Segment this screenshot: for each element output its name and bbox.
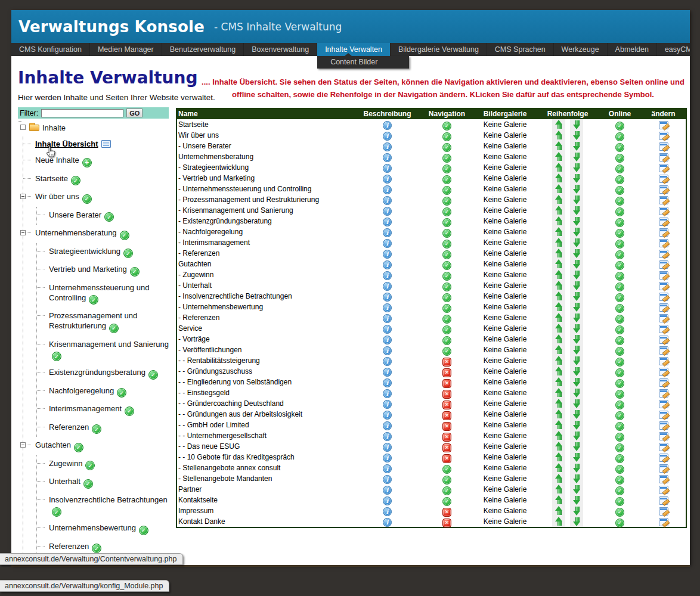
navigation-on-icon[interactable]: ✓ <box>442 240 451 249</box>
move-up-icon[interactable] <box>555 334 563 344</box>
online-on-icon[interactable]: ✓ <box>615 486 624 495</box>
navigation-off-icon[interactable]: ✕ <box>442 401 451 409</box>
online-on-icon[interactable]: ✓ <box>615 207 624 216</box>
move-down-icon[interactable] <box>573 281 581 290</box>
move-up-icon[interactable] <box>555 442 563 451</box>
navigation-on-icon[interactable]: ✓ <box>442 154 451 163</box>
edit-page-icon[interactable] <box>659 486 668 494</box>
edit-page-icon[interactable] <box>659 378 668 387</box>
move-down-icon[interactable] <box>573 270 581 280</box>
tree-item-link[interactable]: Strategieentwicklung <box>49 247 120 256</box>
navigation-on-icon[interactable]: ✓ <box>442 164 451 173</box>
online-on-icon[interactable]: ✓ <box>615 519 624 527</box>
info-icon[interactable]: i <box>383 454 392 462</box>
nav-item-easycms-info[interactable]: easyCMS Info <box>657 43 690 56</box>
tree-item-link[interactable]: Interimsmanagement <box>49 404 122 413</box>
filter-go-button[interactable]: GO <box>126 108 143 117</box>
info-icon[interactable]: i <box>383 507 392 516</box>
info-icon[interactable]: i <box>383 271 392 280</box>
edit-page-icon[interactable] <box>659 164 668 172</box>
online-on-icon[interactable]: ✓ <box>615 315 624 324</box>
online-on-icon[interactable]: ✓ <box>615 336 624 345</box>
move-up-icon[interactable] <box>555 506 563 516</box>
move-up-icon[interactable] <box>555 173 563 183</box>
info-icon[interactable]: i <box>383 389 392 398</box>
info-icon[interactable]: i <box>383 368 392 377</box>
info-icon[interactable]: i <box>383 346 392 355</box>
move-down-icon[interactable] <box>573 452 581 462</box>
move-up-icon[interactable] <box>555 463 563 473</box>
online-on-icon[interactable]: ✓ <box>615 433 624 442</box>
move-down-icon[interactable] <box>573 120 581 129</box>
info-icon[interactable]: i <box>383 207 392 216</box>
navigation-off-icon[interactable]: ✕ <box>442 390 451 399</box>
navigation-on-icon[interactable]: ✓ <box>442 122 451 131</box>
navigation-on-icon[interactable]: ✓ <box>442 293 451 302</box>
info-icon[interactable]: i <box>383 421 392 430</box>
navigation-on-icon[interactable]: ✓ <box>442 347 451 356</box>
info-icon[interactable]: i <box>383 303 392 312</box>
info-icon[interactable]: i <box>383 196 392 205</box>
move-up-icon[interactable] <box>555 313 563 322</box>
move-down-icon[interactable] <box>573 345 581 355</box>
online-on-icon[interactable]: ✓ <box>615 347 624 356</box>
online-on-icon[interactable]: ✓ <box>615 497 624 506</box>
info-icon[interactable]: i <box>383 314 392 323</box>
info-icon[interactable]: i <box>383 164 392 173</box>
move-down-icon[interactable] <box>573 163 581 172</box>
nav-item-inhalte-verwalten[interactable]: Inhalte VerwaltenContent Bilder <box>317 43 391 56</box>
move-down-icon[interactable] <box>573 431 581 440</box>
info-icon[interactable]: i <box>383 486 392 495</box>
move-up-icon[interactable] <box>555 377 563 387</box>
nav-item-bildergalerie-verwaltung[interactable]: Bildergalerie Verwaltung <box>391 43 487 56</box>
move-down-icon[interactable] <box>573 334 581 344</box>
move-down-icon[interactable] <box>573 227 581 237</box>
tree-item-link[interactable]: Unterhalt <box>49 477 80 486</box>
online-on-icon[interactable]: ✓ <box>615 197 624 206</box>
online-on-icon[interactable]: ✓ <box>615 368 624 377</box>
tree-item-link[interactable]: Unternehmensberatung <box>35 228 117 237</box>
collapse-toggle-icon[interactable] <box>20 230 26 235</box>
edit-page-icon[interactable] <box>659 325 668 333</box>
edit-page-icon[interactable] <box>659 389 668 398</box>
move-down-icon[interactable] <box>573 356 581 365</box>
move-up-icon[interactable] <box>555 474 563 483</box>
move-up-icon[interactable] <box>555 141 563 151</box>
navigation-on-icon[interactable]: ✓ <box>442 476 451 485</box>
info-icon[interactable]: i <box>383 432 392 441</box>
navigation-off-icon[interactable]: ✕ <box>442 508 451 517</box>
nav-item-abmelden[interactable]: Abmelden <box>608 43 657 56</box>
tree-item-link[interactable]: Unsere Berater <box>49 210 101 219</box>
move-up-icon[interactable] <box>555 152 563 162</box>
tree-item-link[interactable]: Existenzgründungsberatung <box>49 368 145 377</box>
online-on-icon[interactable]: ✓ <box>615 422 624 431</box>
move-down-icon[interactable] <box>573 324 581 333</box>
move-up-icon[interactable] <box>555 409 563 419</box>
move-down-icon[interactable] <box>573 388 581 398</box>
info-icon[interactable]: i <box>383 475 392 484</box>
move-down-icon[interactable] <box>573 195 581 204</box>
tree-item-link[interactable]: Zugewinn <box>49 459 82 468</box>
online-on-icon[interactable]: ✓ <box>615 272 624 281</box>
collapse-toggle-icon[interactable] <box>20 125 26 130</box>
move-down-icon[interactable] <box>573 377 581 387</box>
tree-item-link[interactable]: Insolvenzrechtliche Betrachtungen <box>49 495 168 504</box>
move-down-icon[interactable] <box>573 173 581 183</box>
move-up-icon[interactable] <box>555 291 563 301</box>
info-icon[interactable]: i <box>383 464 392 473</box>
edit-page-icon[interactable] <box>659 518 668 526</box>
navigation-on-icon[interactable]: ✓ <box>442 336 451 345</box>
online-on-icon[interactable]: ✓ <box>615 240 624 249</box>
nav-item-medien-manager[interactable]: Medien Manager <box>90 43 162 56</box>
edit-page-icon[interactable] <box>659 507 668 516</box>
online-on-icon[interactable]: ✓ <box>615 508 624 517</box>
navigation-off-icon[interactable]: ✕ <box>442 368 451 377</box>
info-icon[interactable]: i <box>383 228 392 237</box>
nav-item-cms-konfiguration[interactable]: CMS Konfiguration <box>11 43 90 56</box>
online-on-icon[interactable]: ✓ <box>615 218 624 227</box>
move-down-icon[interactable] <box>573 238 581 247</box>
online-on-icon[interactable]: ✓ <box>615 132 624 141</box>
online-on-icon[interactable]: ✓ <box>615 401 624 409</box>
filter-input[interactable] <box>41 109 123 117</box>
edit-page-icon[interactable] <box>659 475 668 483</box>
